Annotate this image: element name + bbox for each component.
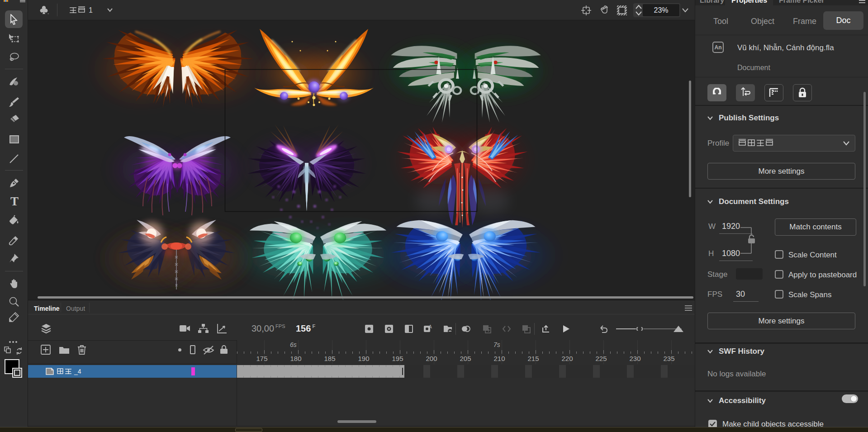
- svg-text:1: 1: [89, 6, 93, 14]
- svg-text:A: A: [429, 324, 432, 329]
- svg-text:_4: _4: [74, 368, 81, 375]
